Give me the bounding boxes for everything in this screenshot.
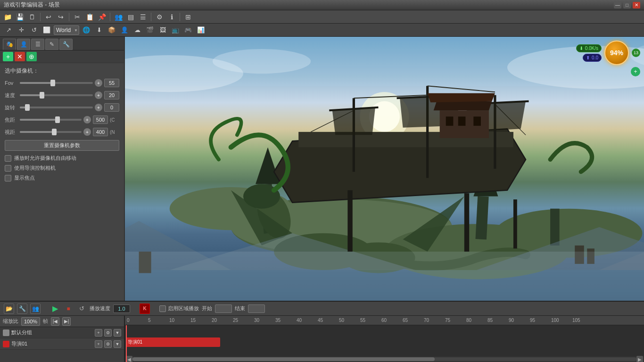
tab-edit[interactable]: ✎ (45, 39, 58, 50)
reset-camera-btn[interactable]: 重置摄像机参数 (5, 140, 119, 151)
tab-scene[interactable]: 🎭 (3, 39, 16, 50)
fov-input[interactable] (104, 79, 119, 87)
rotation-plus-btn[interactable]: + (95, 104, 102, 111)
users-btn[interactable]: 👥 (113, 12, 124, 22)
minimize-button[interactable]: — (614, 2, 621, 8)
start-value-input[interactable] (215, 304, 232, 313)
scroll-left-btn[interactable]: ◀ (126, 356, 132, 362)
cloud-btn[interactable]: ☁ (132, 25, 143, 35)
hud-add-btn[interactable]: + (631, 67, 640, 76)
copy-btn[interactable]: 📋 (84, 12, 95, 22)
scroll-right-btn[interactable]: ▶ (636, 356, 643, 362)
viewdist-thumb[interactable] (52, 129, 57, 135)
cinema-btn[interactable]: 🎬 (144, 25, 156, 35)
add-special-btn[interactable]: ⊕ (26, 52, 37, 61)
tab-entity[interactable]: 👤 (17, 39, 30, 50)
check-focal-point[interactable] (5, 175, 11, 181)
rotation-input[interactable] (104, 103, 119, 112)
speed-plus-btn[interactable]: + (95, 91, 102, 99)
maximize-button[interactable]: □ (623, 2, 631, 8)
pin-btn[interactable]: 📌 (96, 12, 107, 22)
playhead[interactable] (126, 325, 127, 362)
group-add-btn[interactable]: + (95, 329, 102, 337)
tl-open-btn[interactable]: 📂 (4, 304, 14, 314)
tab-settings[interactable]: 🔧 (59, 39, 73, 50)
play-button[interactable]: ▶ (50, 304, 60, 314)
add-item-btn[interactable]: + (3, 52, 13, 61)
h-scrollbar-track[interactable] (132, 357, 636, 361)
redo-btn[interactable]: ↪ (55, 12, 66, 22)
image-btn[interactable]: 🖼 (157, 25, 168, 35)
viewport[interactable]: ⬇ 0.0K/s ⬆ 0.0 94% 13 + (125, 37, 644, 301)
scale-tool-btn[interactable]: ⬜ (41, 25, 52, 35)
keyframe-btn[interactable]: K (140, 304, 150, 314)
focal-track[interactable] (20, 119, 82, 121)
viewdist-input[interactable] (93, 128, 108, 136)
up-arrow-icon: ⬆ (586, 55, 590, 60)
cut-btn[interactable]: ✂ (72, 12, 83, 22)
game-btn[interactable]: 🎮 (182, 25, 194, 35)
layout-btn[interactable]: ▤ (125, 12, 136, 22)
director-arrow-btn[interactable]: ▼ (114, 340, 121, 348)
director-track-bar[interactable]: 导演01 (126, 337, 220, 347)
director-settings-btn[interactable]: ⚙ (104, 340, 112, 348)
new-btn[interactable]: 🗒 (26, 12, 38, 22)
director-add-btn[interactable]: + (95, 340, 102, 348)
viewdist-plus-btn[interactable]: + (83, 128, 91, 136)
timeline-tracks[interactable]: 0 5 10 15 20 25 30 35 40 45 50 55 60 65 … (125, 316, 644, 362)
remove-item-btn[interactable]: ✕ (15, 52, 25, 61)
down-btn[interactable]: ⬇ (93, 25, 105, 35)
group-arrow-btn[interactable]: ▼ (114, 329, 121, 337)
fov-plus-btn[interactable]: + (95, 79, 102, 87)
region-label: 启用区域播放 (168, 305, 199, 312)
end-value-input[interactable] (248, 304, 265, 313)
monitor-btn[interactable]: 📺 (170, 25, 181, 35)
chart-btn[interactable]: 📊 (195, 25, 206, 35)
settings-btn[interactable]: ⚙ (154, 12, 165, 22)
focal-plus-btn[interactable]: + (83, 116, 91, 123)
info-btn[interactable]: ℹ (166, 12, 177, 22)
scale-input[interactable] (21, 317, 40, 326)
speed-input[interactable] (113, 304, 130, 313)
fov-thumb[interactable] (50, 80, 55, 86)
focal-input[interactable] (93, 115, 108, 124)
loop-button[interactable]: ↺ (76, 304, 87, 314)
tab-list[interactable]: ☰ (31, 39, 44, 50)
file-btn[interactable]: 📁 (2, 12, 13, 22)
grid-btn[interactable]: ⊞ (182, 12, 194, 22)
person-btn[interactable]: 👤 (119, 25, 130, 35)
speed-input[interactable] (104, 91, 119, 99)
box-btn[interactable]: 📦 (106, 25, 117, 35)
close-button[interactable]: ✕ (633, 2, 640, 8)
undo-btn[interactable]: ↩ (43, 12, 54, 22)
left-properties[interactable]: 选中摄像机： Fov + 速度 + (0, 63, 124, 301)
group-settings-btn[interactable]: ⚙ (104, 329, 112, 337)
speed-track[interactable] (20, 94, 93, 96)
sphere-btn[interactable]: 🌐 (81, 25, 92, 35)
notification-badge[interactable]: 13 (632, 49, 640, 57)
speed-thumb[interactable] (40, 92, 44, 99)
fov-track[interactable] (20, 82, 93, 84)
rotation-track[interactable] (20, 107, 93, 108)
save-btn[interactable]: 💾 (14, 12, 25, 22)
move-tool-btn[interactable]: ✛ (16, 25, 27, 35)
rotate-tool-btn[interactable]: ↺ (28, 25, 40, 35)
focal-thumb[interactable] (55, 116, 60, 123)
select-tool-btn[interactable]: ↗ (3, 25, 14, 35)
stop-button[interactable]: ■ (63, 304, 74, 314)
list-btn[interactable]: ☰ (137, 12, 149, 22)
track-prev-btn[interactable]: |◀ (51, 317, 59, 326)
world-select[interactable]: World (54, 25, 79, 35)
region-checkbox[interactable] (159, 305, 166, 312)
performance-orb: 94% (604, 41, 629, 65)
track-next-btn[interactable]: ▶| (62, 317, 71, 326)
rotation-thumb[interactable] (25, 104, 30, 111)
h-scrollbar-thumb[interactable] (132, 357, 435, 361)
viewdist-track[interactable] (20, 131, 82, 133)
tl-settings-btn[interactable]: 🔧 (17, 304, 27, 314)
svg-rect-35 (458, 116, 466, 126)
mark-65: 65 (403, 318, 424, 323)
check-director[interactable] (5, 165, 11, 172)
tl-users-btn[interactable]: 👥 (30, 304, 41, 314)
check-free-move[interactable] (5, 155, 11, 162)
